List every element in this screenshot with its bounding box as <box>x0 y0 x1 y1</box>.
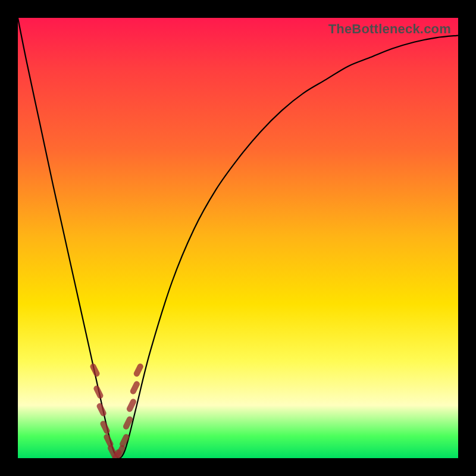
bead <box>130 402 133 409</box>
bead <box>118 448 122 455</box>
bead <box>100 406 104 414</box>
outer-frame: TheBottleneck.com <box>0 0 476 476</box>
plot-area: TheBottleneck.com <box>18 18 458 458</box>
bead <box>107 437 110 444</box>
curve-layer <box>18 18 458 458</box>
bead <box>133 384 137 392</box>
bead <box>137 367 140 374</box>
bead <box>96 389 100 396</box>
bead <box>104 424 107 431</box>
bead <box>123 437 126 444</box>
bead <box>93 367 97 374</box>
bottleneck-curve <box>18 18 458 458</box>
beads-group <box>93 367 140 458</box>
bead <box>111 448 114 455</box>
bead <box>126 419 130 427</box>
